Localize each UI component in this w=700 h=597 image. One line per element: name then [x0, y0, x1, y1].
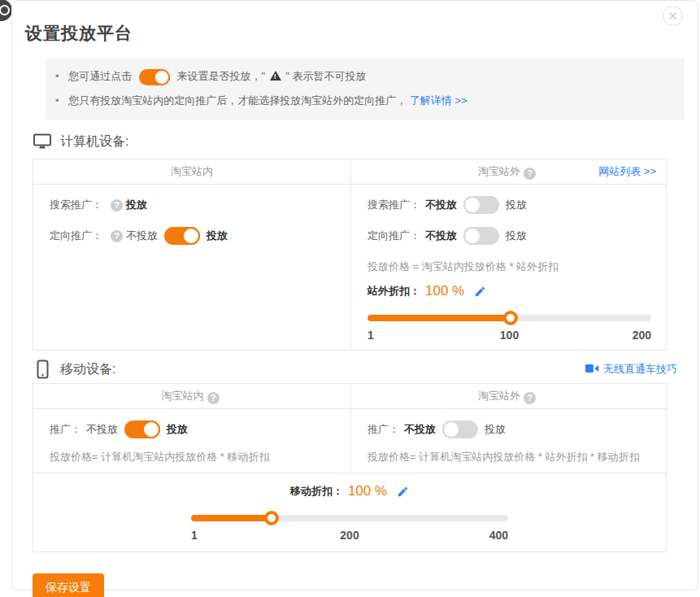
computer-section-header: 计算机设备: — [33, 131, 677, 152]
targeted-on-label: 投放 — [506, 229, 527, 243]
mobile-discount-label: 移动折扣： — [290, 484, 343, 499]
mobile-discount-line: 移动折扣： 100 % — [33, 482, 666, 501]
toggle-knob — [463, 196, 481, 214]
targeted-promo-label: 定向推广： — [50, 229, 102, 243]
page-help-bubble-icon[interactable] — [0, 0, 12, 21]
mobile-onsite-toggle[interactable] — [124, 421, 160, 438]
site-list-link[interactable]: 网站列表 >> — [598, 159, 656, 184]
toggle-knob — [463, 227, 481, 245]
toggle-knob — [182, 227, 200, 245]
wireless-tips-link[interactable]: 无线直通车技巧 — [585, 362, 677, 377]
header-taobao-offsite: 淘宝站外 网站列表 >> — [350, 159, 666, 184]
mobile-offsite-formula: 投放价格= 计算机淘宝站内投放价格 * 站外折扣 * 移动折扣 — [367, 450, 651, 464]
notice-text: 来设置是否投放，" — [176, 70, 265, 82]
offsite-price-formula: 投放价格 = 淘宝站内投放价格 * 站外折扣 — [367, 259, 651, 274]
search-on-label: 投放 — [506, 198, 527, 212]
page-title: 设置投放平台 — [25, 22, 698, 45]
offsite-discount-line: 站外折扣： 100 % — [367, 281, 651, 301]
search-promo-label: 搜索推广： — [367, 198, 420, 212]
mobile-onsite-formula: 投放价格= 计算机淘宝站内投放价格 * 移动折扣 — [50, 450, 336, 464]
notice-bullet-1: 您可通过点击 来设置是否投放，" " 表示暂不可投放 — [55, 64, 685, 89]
targeted-promo-row: 定向推广： 不投放 投放 — [50, 224, 336, 248]
monitor-icon — [33, 132, 52, 151]
edit-pencil-icon[interactable] — [474, 285, 486, 298]
notice-text: 您可通过点击 — [68, 70, 132, 82]
slider-fill — [191, 515, 272, 521]
targeted-off-label: 不投放 — [126, 229, 158, 243]
offsite-slider-scale: 1 100 200 — [367, 329, 651, 343]
promo-off-label: 不投放 — [86, 422, 118, 437]
toggle-knob — [154, 69, 170, 85]
help-icon[interactable] — [524, 392, 536, 404]
notice-text: " 表示暂不可投放 — [285, 70, 366, 82]
promo-off-label: 不投放 — [404, 422, 436, 437]
mobile-discount-value: 100 % — [348, 483, 387, 499]
offsite-search-toggle[interactable] — [463, 196, 499, 214]
slider-handle[interactable] — [264, 511, 279, 525]
notice-text: 您只有投放淘宝站内的定向推广后，才能选择投放淘宝站外的定向推广， — [68, 94, 407, 107]
video-camera-icon — [585, 364, 599, 376]
mobile-slider-scale: 1 200 400 — [191, 529, 508, 543]
promo-label: 推广： — [50, 422, 81, 437]
scale-mid: 200 — [340, 529, 359, 542]
help-icon[interactable] — [111, 230, 123, 242]
help-icon[interactable] — [524, 168, 536, 180]
search-off-label: 不投放 — [425, 198, 457, 212]
computer-onsite-cell: 搜索推广： 投放 定向推广： 不投放 投放 — [33, 185, 350, 350]
offsite-discount-value: 100 % — [425, 283, 464, 299]
mobile-onsite-cell: 推广： 不投放 投放 投放价格= 计算机淘宝站内投放价格 * 移动折扣 — [33, 409, 350, 473]
save-settings-button[interactable]: 保存设置 — [33, 573, 104, 597]
search-promo-row: 搜索推广： 不投放 投放 — [367, 193, 651, 217]
offsite-targeted-toggle[interactable] — [463, 227, 499, 245]
mobile-offsite-cell: 推广： 不投放 投放 投放价格= 计算机淘宝站内投放价格 * 站外折扣 * 移动… — [350, 409, 666, 473]
search-promo-label: 搜索推广： — [50, 198, 102, 212]
mobile-discount-row: 移动折扣： 100 % 1 200 400 — [33, 473, 666, 551]
onsite-targeted-toggle[interactable] — [164, 227, 200, 245]
notice-bullet-2: 您只有投放淘宝站内的定向推广后，才能选择投放淘宝站外的定向推广， 了解详情 >> — [55, 89, 685, 113]
targeted-promo-label: 定向推广： — [367, 229, 420, 243]
set-platform-dialog: 设置投放平台 您可通过点击 来设置是否投放，" " 表示暂不可投放 您只有投放淘… — [11, 0, 698, 590]
header-taobao-onsite: 淘宝站内 — [33, 384, 350, 408]
toggle-knob — [142, 421, 160, 438]
targeted-on-label: 投放 — [207, 229, 228, 243]
mobile-discount-slider[interactable] — [191, 511, 508, 525]
scale-min: 1 — [367, 329, 374, 342]
scale-max: 200 — [633, 329, 651, 342]
computer-platform-table: 淘宝站内 淘宝站外 网站列表 >> 搜索推广： 投放 定向推广： — [33, 159, 667, 351]
learn-more-link[interactable]: 了解详情 >> — [410, 94, 467, 107]
help-icon[interactable] — [111, 199, 123, 211]
phone-icon — [33, 360, 52, 379]
mobile-platform-table: 淘宝站内 淘宝站外 推广： 不投放 投放 投放价格= 计算机淘宝站内投放价格 *… — [33, 383, 667, 552]
notice-box: 您可通过点击 来设置是否投放，" " 表示暂不可投放 您只有投放淘宝站内的定向推… — [46, 58, 685, 120]
targeted-promo-row: 定向推广： 不投放 投放 — [367, 224, 651, 248]
help-icon[interactable] — [207, 392, 220, 404]
slider-handle[interactable] — [503, 311, 518, 325]
offsite-discount-label: 站外折扣： — [367, 284, 420, 298]
header-taobao-onsite: 淘宝站内 — [33, 159, 350, 184]
computer-section-title: 计算机设备: — [60, 133, 128, 150]
targeted-off-label: 不投放 — [425, 229, 457, 243]
offsite-discount-slider[interactable] — [367, 311, 651, 325]
search-promo-status: 投放 — [126, 198, 147, 212]
promo-on-label: 投放 — [167, 422, 188, 437]
promo-row: 推广： 不投放 投放 — [50, 417, 336, 442]
search-promo-row: 搜索推广： 投放 — [50, 193, 336, 217]
toggle-knob — [442, 421, 460, 438]
mobile-section-title: 移动设备: — [60, 361, 115, 378]
mobile-section-header: 移动设备: 无线直通车技巧 — [33, 359, 677, 380]
mobile-offsite-toggle[interactable] — [442, 421, 478, 438]
scale-max: 400 — [489, 529, 508, 542]
promo-row: 推广： 不投放 投放 — [367, 417, 651, 442]
edit-pencil-icon[interactable] — [397, 486, 409, 498]
header-taobao-offsite: 淘宝站外 — [350, 384, 666, 408]
scale-mid: 100 — [500, 329, 519, 342]
promo-on-label: 投放 — [485, 422, 506, 437]
example-toggle[interactable] — [139, 69, 170, 85]
scale-min: 1 — [191, 529, 198, 542]
slider-fill — [367, 315, 511, 321]
computer-offsite-cell: 搜索推广： 不投放 投放 定向推广： 不投放 投放 投放价格 = 淘宝站内投放价… — [350, 185, 666, 350]
slider-track — [191, 515, 508, 521]
warning-icon — [270, 71, 281, 81]
promo-label: 推广： — [367, 422, 399, 437]
